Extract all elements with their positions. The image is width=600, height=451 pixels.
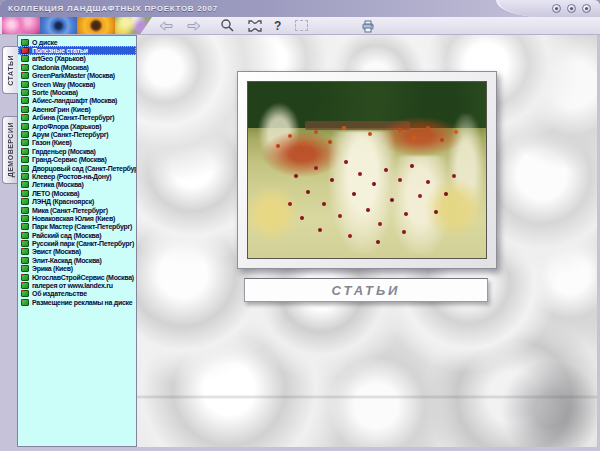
list-item-label: Cladonia (Москва) (32, 64, 89, 71)
list-item[interactable]: Об издательстве (18, 290, 136, 298)
zoom-icon[interactable] (220, 18, 235, 34)
forward-icon[interactable] (186, 18, 202, 34)
sidebar-list: О дискеПолезные статьиartGeo (Харьков)Cl… (17, 35, 137, 447)
list-item[interactable]: GreenParkMaster (Москва) (18, 72, 136, 80)
list-item-label: Арум (Санкт-Петербург) (32, 131, 108, 138)
list-item-label: ЛЭНД (Красноярск) (32, 198, 94, 205)
book-icon (21, 64, 29, 71)
list-item[interactable]: Абиес-ландшафт (Москва) (18, 97, 136, 105)
minimize-button[interactable] (552, 4, 561, 13)
help-glyph: ? (274, 18, 281, 34)
selection-rect-glyph (295, 20, 308, 31)
list-item[interactable]: Газон (Киев) (18, 139, 136, 147)
help-icon[interactable]: ? (274, 18, 281, 34)
list-item[interactable]: ЛЭНД (Красноярск) (18, 197, 136, 205)
list-item-label: Дворцовый сад (Санкт-Петербург) (32, 165, 137, 172)
app-window: КОЛЛЕКЦИЯ ЛАНДШАФТНЫХ ПРОЕКТОВ 2007 (0, 0, 600, 451)
list-item[interactable]: Эрика (Киев) (18, 265, 136, 273)
list-item[interactable]: Клевер (Ростов-на-Дону) (18, 172, 136, 180)
list-item-label: Газон (Киев) (32, 139, 71, 146)
list-item[interactable]: Гарденьер (Москва) (18, 147, 136, 155)
list-item-label: галерея от www.landex.ru (32, 282, 113, 289)
tab-demoversions-label: ДЕМОВЕРСИИ (7, 122, 14, 177)
tab-articles-label: СТАТЬИ (7, 55, 14, 86)
book-icon (21, 72, 29, 79)
book-icon (21, 123, 29, 130)
book-icon (21, 232, 29, 239)
list-item[interactable]: Мика (Санкт-Петербург) (18, 206, 136, 214)
list-item[interactable]: Русский парк (Санкт-Петербург) (18, 239, 136, 247)
list-item-label: Парк Мастер (Санкт-Петербург) (32, 223, 132, 230)
list-item-label: Новаковская Юлия (Киев) (32, 215, 115, 222)
list-item[interactable]: галерея от www.landex.ru (18, 281, 136, 289)
book-icon (21, 265, 29, 272)
list-item[interactable]: Размещение рекламы на диске (18, 298, 136, 306)
list-item[interactable]: АвенюГрин (Киев) (18, 105, 136, 113)
book-icon (21, 198, 29, 205)
list-item-label: Элит-Каскад (Москва) (32, 257, 101, 264)
toolbar-icons: ? (152, 17, 376, 34)
list-item-label: ЛЕТО (Москва) (32, 190, 79, 197)
main-area: СТАТЬИ (137, 35, 597, 447)
list-item[interactable]: ЛЕТО (Москва) (18, 189, 136, 197)
back-icon[interactable] (158, 18, 174, 34)
photo-frame (237, 71, 497, 269)
book-icon (21, 274, 29, 281)
book-icon (21, 257, 29, 264)
book-icon (21, 97, 29, 104)
photo-flower-dots (248, 82, 252, 86)
list-item-label: Райский сад (Москва) (32, 232, 101, 239)
list-item[interactable]: Элит-Каскад (Москва) (18, 256, 136, 264)
list-item[interactable]: Летика (Москва) (18, 181, 136, 189)
book-icon (21, 131, 29, 138)
list-item[interactable]: Полезные статьи (18, 46, 136, 54)
list-item[interactable]: Дворцовый сад (Санкт-Петербург) (18, 164, 136, 172)
photo-flowers-layer (424, 177, 486, 240)
list-item-label: Русский парк (Санкт-Петербург) (32, 240, 134, 247)
selection-icon[interactable] (295, 18, 308, 34)
list-item[interactable]: Гранд-Сервис (Москва) (18, 155, 136, 163)
list-item[interactable]: Green Way (Москва) (18, 80, 136, 88)
list-item-label: Гранд-Сервис (Москва) (32, 156, 106, 163)
book-icon (21, 215, 29, 222)
list-item[interactable]: Sorte (Москва) (18, 88, 136, 96)
list-item[interactable]: ЮгославСтройСервис (Москва) (18, 273, 136, 281)
close-button[interactable] (582, 4, 591, 13)
list-item[interactable]: Парк Мастер (Санкт-Петербург) (18, 223, 136, 231)
list-item[interactable]: Новаковская Юлия (Киев) (18, 214, 136, 222)
book-icon (21, 282, 29, 289)
book-icon (21, 81, 29, 88)
book-icon (21, 248, 29, 255)
toolbar: ? (0, 17, 600, 35)
list-item[interactable]: artGeo (Харьков) (18, 55, 136, 63)
list-item[interactable]: О диске (18, 38, 136, 46)
book-icon (21, 223, 29, 230)
list-item-label: О диске (32, 39, 57, 46)
fit-screen-icon[interactable] (247, 18, 263, 34)
book-icon (21, 240, 29, 247)
tab-demoversions[interactable]: ДЕМОВЕРСИИ (2, 116, 17, 184)
list-item[interactable]: Арум (Санкт-Петербург) (18, 130, 136, 138)
list-item-label: Эвист (Москва) (32, 248, 81, 255)
list-item-label: Агбина (Санкт-Петербург) (32, 114, 114, 121)
flower-banner (2, 17, 152, 34)
window-title: КОЛЛЕКЦИЯ ЛАНДШАФТНЫХ ПРОЕКТОВ 2007 (8, 4, 218, 13)
title-bar: КОЛЛЕКЦИЯ ЛАНДШАФТНЫХ ПРОЕКТОВ 2007 (0, 0, 600, 17)
book-icon (21, 299, 29, 306)
book-icon (21, 47, 29, 54)
list-item[interactable]: Агбина (Санкт-Петербург) (18, 114, 136, 122)
print-icon[interactable] (360, 18, 376, 34)
list-item-label: Гарденьер (Москва) (32, 148, 96, 155)
list-item-label: GreenParkMaster (Москва) (32, 72, 115, 79)
list-item[interactable]: Райский сад (Москва) (18, 231, 136, 239)
list-item-label: Эрика (Киев) (32, 265, 73, 272)
photo-flowers-layer (247, 184, 300, 244)
list-item[interactable]: АгроФлора (Харьков) (18, 122, 136, 130)
maximize-button[interactable] (567, 4, 576, 13)
tab-articles[interactable]: СТАТЬИ (2, 46, 18, 94)
list-item[interactable]: Эвист (Москва) (18, 248, 136, 256)
book-icon (21, 114, 29, 121)
list-item-label: АвенюГрин (Киев) (32, 106, 90, 113)
book-icon (21, 139, 29, 146)
list-item[interactable]: Cladonia (Москва) (18, 63, 136, 71)
